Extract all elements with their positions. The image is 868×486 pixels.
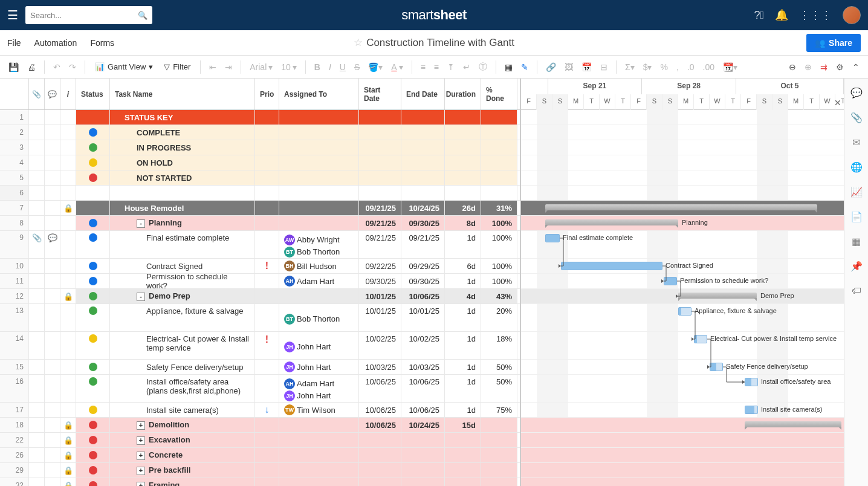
col-status[interactable]: Status <box>76 79 110 109</box>
done-cell[interactable] <box>481 478 517 486</box>
task-cell[interactable]: Permission to schedule work? <box>110 274 255 288</box>
expand-toggle[interactable]: - <box>137 293 145 301</box>
assigned-cell[interactable] <box>279 418 359 432</box>
done-cell[interactable]: 50% <box>481 360 517 374</box>
row-number[interactable]: 4 <box>0 155 29 170</box>
dur-cell[interactable] <box>445 155 481 170</box>
row-number[interactable]: 16 <box>0 375 29 402</box>
gantt-row[interactable] <box>521 478 844 486</box>
attachments-icon[interactable]: 📎 <box>850 112 863 123</box>
task-cell[interactable]: +Demolition <box>110 418 255 432</box>
row-number[interactable]: 32 <box>0 478 29 486</box>
end-cell[interactable]: 09/30/25 <box>401 274 445 288</box>
table-row[interactable]: 1STATUS KEY <box>0 110 520 125</box>
print-icon[interactable]: 🖨 <box>24 60 39 74</box>
assigned-cell[interactable] <box>279 110 359 125</box>
gantt-row[interactable]: Install office/safety area <box>521 375 844 403</box>
comment-cell[interactable] <box>45 186 60 200</box>
expand-toggle[interactable]: + <box>137 421 145 430</box>
outdent-icon[interactable]: ⇤ <box>206 60 220 74</box>
expand-toggle[interactable]: + <box>137 467 145 475</box>
dur-cell[interactable]: 15d <box>445 418 481 432</box>
assigned-cell[interactable]: AHAdam Hart <box>279 274 359 288</box>
status-cell[interactable] <box>76 332 110 359</box>
prio-cell[interactable]: ↓ <box>255 403 279 417</box>
row-number[interactable]: 3 <box>0 140 29 155</box>
gantt-bar[interactable]: Appliance, fixture & salvage <box>678 307 691 316</box>
gantt-row[interactable] <box>521 448 844 463</box>
assigned-cell[interactable] <box>279 140 359 155</box>
status-cell[interactable] <box>76 186 110 200</box>
task-cell[interactable]: IN PROGRESS <box>110 140 255 155</box>
comment-cell[interactable] <box>45 403 60 417</box>
gantt-row[interactable]: Permission to schedule work? <box>521 274 844 289</box>
task-cell[interactable]: Contract Signed <box>110 259 255 273</box>
assigned-cell[interactable] <box>279 433 359 447</box>
gantt-row[interactable] <box>521 433 844 448</box>
start-cell[interactable] <box>359 125 401 140</box>
dur-cell[interactable]: 1d <box>445 375 481 402</box>
dur-cell[interactable]: 1d <box>445 274 481 288</box>
task-cell[interactable]: -Planning <box>110 216 255 230</box>
attachment-cell[interactable] <box>29 289 45 303</box>
start-cell[interactable] <box>359 155 401 170</box>
assigned-cell[interactable]: BHBill Hudson <box>279 259 359 273</box>
table-row[interactable]: 13Appliance, fixture & salvageBTBob Thor… <box>0 304 520 332</box>
row-number[interactable]: 8 <box>0 216 29 230</box>
col-prio[interactable]: Prio <box>255 79 279 109</box>
dur-cell[interactable]: 8d <box>445 216 481 230</box>
status-cell[interactable] <box>76 448 110 462</box>
start-cell[interactable]: 10/01/25 <box>359 304 401 331</box>
done-cell[interactable]: 43% <box>481 289 517 303</box>
table-row[interactable]: 4ON HOLD <box>0 155 520 170</box>
dur-cell[interactable]: 1d <box>445 403 481 417</box>
row-number[interactable]: 26 <box>0 448 29 462</box>
col-duration[interactable]: Duration <box>445 79 481 109</box>
indent-icon[interactable]: ⇥ <box>221 60 236 74</box>
info-cell[interactable] <box>60 403 76 417</box>
assigned-cell[interactable] <box>279 289 359 303</box>
end-cell[interactable] <box>401 125 445 140</box>
start-cell[interactable]: 10/01/25 <box>359 289 401 303</box>
prio-cell[interactable] <box>255 110 279 125</box>
comment-cell[interactable] <box>45 332 60 359</box>
gantt-bar[interactable]: Final estimate complete <box>545 234 560 242</box>
done-cell[interactable]: 75% <box>481 403 517 417</box>
done-cell[interactable] <box>481 433 517 447</box>
done-cell[interactable]: 100% <box>481 259 517 273</box>
user-avatar[interactable] <box>843 6 861 24</box>
comment-cell[interactable] <box>45 433 60 447</box>
bold-icon[interactable]: B <box>311 60 324 74</box>
gantt-row[interactable]: Planning <box>521 216 844 231</box>
brandfolder-icon[interactable]: 🏷 <box>852 285 861 296</box>
comment-cell[interactable] <box>45 463 60 478</box>
dec-dec-icon[interactable]: .00 <box>699 60 718 74</box>
start-cell[interactable]: 10/02/25 <box>359 332 401 359</box>
strike-icon[interactable]: S <box>351 60 363 74</box>
assigned-cell[interactable]: BTBob Thorton <box>279 304 359 331</box>
dur-cell[interactable]: 26d <box>445 201 481 215</box>
conditional-format-icon[interactable]: ▦ <box>501 60 516 74</box>
dur-cell[interactable] <box>445 448 481 462</box>
status-cell[interactable] <box>76 231 110 258</box>
start-cell[interactable]: 10/06/25 <box>359 375 401 402</box>
dur-cell[interactable] <box>445 110 481 125</box>
dur-cell[interactable]: 1d <box>445 304 481 331</box>
prio-cell[interactable] <box>255 216 279 230</box>
sum-icon[interactable]: Σ▾ <box>621 60 638 74</box>
done-cell[interactable]: 100% <box>481 274 517 288</box>
status-cell[interactable] <box>76 478 110 486</box>
assigned-cell[interactable]: AHAdam HartJHJohn Hart <box>279 375 359 402</box>
gantt-row[interactable]: Install site camera(s) <box>521 403 844 418</box>
col-start[interactable]: Start Date <box>359 79 401 109</box>
start-cell[interactable] <box>359 170 401 185</box>
prio-cell[interactable] <box>255 155 279 170</box>
task-cell[interactable]: +Pre backfill <box>110 463 255 478</box>
status-cell[interactable] <box>76 170 110 185</box>
row-number[interactable]: 22 <box>0 433 29 447</box>
table-row[interactable]: 2COMPLETE <box>0 125 520 140</box>
status-cell[interactable] <box>76 201 110 215</box>
done-cell[interactable]: 18% <box>481 332 517 359</box>
gantt-row[interactable] <box>521 155 844 170</box>
attachment-cell[interactable] <box>29 332 45 359</box>
